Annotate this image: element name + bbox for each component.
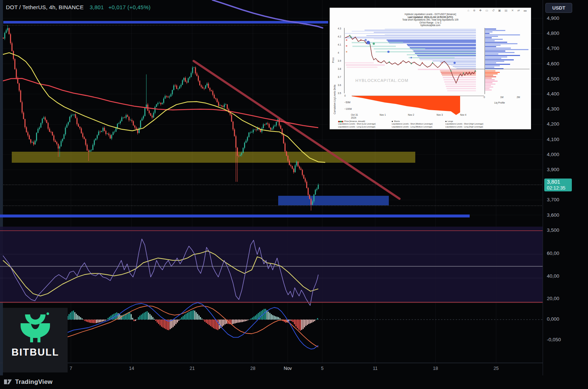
hyblock-legend-item: Liquidations Levels - Long [High Leverag… [445,126,483,128]
last-price-badge: 3,801 02:12:35 [544,179,572,191]
time-axis-label: 7 [70,366,72,371]
badge-countdown: 02:12:35 [547,185,572,191]
price-axis-label: 3,700 [547,197,559,203]
change-text: +0,017 (+0,45%) [108,4,151,10]
price-axis-label: 3,900 [547,167,559,173]
bitbull-bull-icon [3,308,68,346]
hyblock-tick: 3.6 [338,84,341,86]
hyblock-tick: Price [332,57,334,63]
hyblock-tick: Nov 1 [380,114,386,116]
currency-label: USDT [552,5,565,11]
hyblock-tick: Cumulative Liq Levels Delta [333,84,336,114]
price-axis-label: 4,000 [547,152,559,158]
indicator-axis-label: 40,00 [547,273,559,279]
bitbull-wordmark: BITBULL [3,347,68,358]
candles-layer [3,25,319,210]
price-axis-label: 4,600 [547,61,559,67]
price-axis-label: 4,400 [547,91,559,97]
supply-zone-yellow [12,152,415,163]
price-axis-label: 4,500 [547,76,559,82]
price-axis-label: 4,300 [547,106,559,112]
demand-zone-blue [278,196,389,205]
tradingview-chart-app: DOT / TetherUS, 4h, BINANCE 3,801 +0,017… [0,0,588,389]
indicator-axis-label: 60,00 [547,251,559,256]
indicator-axis-label: 20,00 [547,296,559,302]
tradingview-label: TradingView [15,378,53,386]
rsi-pane-bg [0,227,543,302]
hyblock-tick: Nov 2 [408,114,414,116]
price-axis-label: 4,800 [547,30,559,36]
hyblock-legend-item: Liquidations Levels - Short [Low Leverag… [338,123,376,125]
hyblock-legend-item: Liquidations Levels - Long [Medium Lever… [392,126,432,128]
currency-toggle-button[interactable]: USDT [545,3,572,13]
hyblock-tick: 4.1 [338,43,341,46]
hyblock-tick: 1M [500,96,503,98]
hyblock-tick: Oct 31 [351,114,358,116]
hyblock-tick: 4.2 [338,35,341,38]
hyblock-mini-chart [330,8,531,129]
time-axis-label: 25 [494,366,499,371]
hyblock-tick: Nov 4 [460,114,466,116]
hyblock-tick: 3.7 [338,76,341,78]
hyblock-tick: 0 [484,96,485,98]
hyblock-tick: 2M [517,96,520,98]
indicator-axis-label: -0,050 [547,337,561,343]
resistance-band-top [3,21,328,24]
price-axis-label: 4,200 [547,121,559,127]
time-axis-label: 5 [321,366,324,371]
time-axis-label: 11 [373,366,378,371]
indicator-axis-label: 0,000 [547,316,559,322]
hyblock-tick: 3.5 [338,92,341,94]
price-axis-label: 3,600 [547,212,559,218]
hyblock-tick: 4 [338,51,339,54]
price-axis-label: 4,700 [547,46,559,51]
badge-price: 3,801 [547,179,572,185]
hyblock-tick: −50M [344,101,350,104]
time-axis-label: Nov [284,366,292,371]
hyblock-legend-item: Liquidations Levels - Short [High Levera… [445,123,483,125]
macd-histogram [67,309,318,331]
hyblock-tick: 3.8 [338,68,341,70]
support-band-bottom [0,215,470,217]
hyblock-tick: 3.9 [338,60,341,62]
last-price-text: 3,801 [90,4,104,10]
hyblock-legend-item: Liquidations Levels - Short [Medium Leve… [392,123,433,125]
hyblock-legend-item: Price [binance, dotusdt] [338,120,365,123]
time-axis-label: 14 [129,366,134,371]
hyblock-watermark: HYBLOCKCAPITAL.COM [355,78,408,83]
symbol-name: DOT / TetherUS, 4h, BINANCE [6,4,84,10]
price-axis-label: 3,500 [547,227,559,233]
hyblock-liquidation-overlay-image: ⌂ ⊕ ✚ ▭ ↺ ▣ ▤ ✕ ⇄ ▬ Hyblock Liquidation … [330,8,531,129]
price-axis-label: 4,900 [547,15,559,21]
hyblock-tick: Nov 3 [437,114,443,116]
hyblock-tick: −100M [344,108,352,110]
hyblock-tick: 4.3 [338,27,341,30]
time-axis-label: 21 [190,366,195,371]
ma-long-purple[interactable] [212,0,323,28]
hyblock-tick: 2024 [351,116,356,119]
symbol-title[interactable]: DOT / TetherUS, 4h, BINANCE 3,801 +0,017… [6,4,151,10]
hyblock-legend-item: Shorts [392,120,400,123]
tradingview-icon [4,378,12,386]
bitbull-logo-block: BITBULL [3,308,68,372]
price-axis-label: 4,100 [547,137,559,143]
hyblock-tick: 0 [344,94,346,97]
time-axis-label: 18 [433,366,438,371]
hyblock-legend-item: Liquidations Levels - Long [Low Leverage… [338,126,375,128]
tradingview-attribution[interactable]: TradingView [4,378,53,386]
hyblock-legend-item: Longs [445,120,453,123]
ma-fast-yellow[interactable] [3,53,325,163]
time-axis-label: 28 [250,366,255,371]
hyblock-tick: Liq Profile [494,101,505,104]
